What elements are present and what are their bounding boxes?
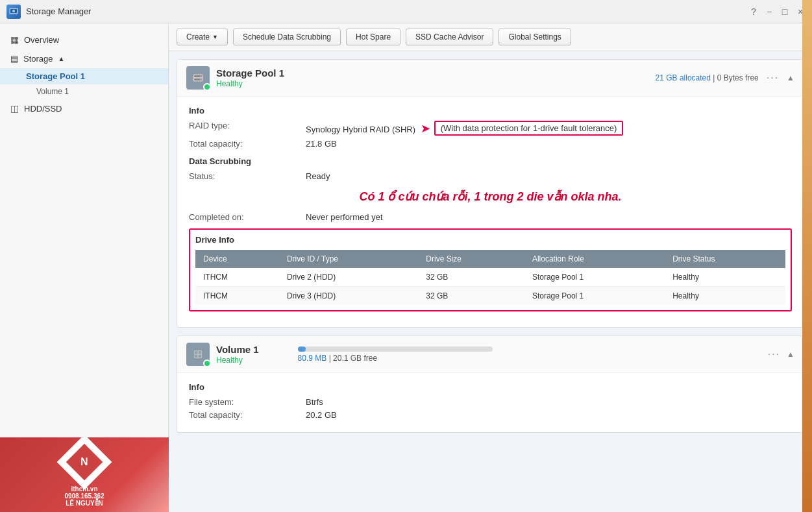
scrubbing-status-value: Ready [306, 171, 330, 181]
drive-info-title: Drive Info [195, 235, 785, 245]
pool-header-left: Storage Pool 1 Healthy [186, 66, 284, 90]
drive-size: 32 GB [418, 268, 524, 287]
sidebar-item-hdd-ssd[interactable]: ◫ HDD/SSD [0, 99, 168, 118]
total-capacity-label: Total capacity: [189, 139, 306, 149]
hot-spare-button[interactable]: Hot Spare [346, 29, 400, 45]
sidebar-overview-label: Overview [24, 35, 59, 45]
storage-pool-card: Storage Pool 1 Healthy 21 GB allocated |… [177, 59, 804, 328]
volume-body: Info File system: Btrfs Total capacity: … [177, 373, 804, 432]
pool-allocation: 21 GB allocated | 0 Bytes free [656, 73, 759, 82]
drive-col-id: Drive ID / Type [279, 250, 418, 268]
volume-status: Healthy [216, 356, 259, 365]
pool-allocated-link[interactable]: 21 GB allocated [656, 73, 711, 82]
raid-note: (With data protection for 1-drive fault … [434, 121, 624, 136]
scrubbing-status-label: Status: [189, 171, 306, 181]
sidebar-section-storage[interactable]: ▤ Storage ▲ [0, 49, 168, 68]
maximize-button[interactable]: □ [780, 6, 790, 17]
app-container: ▦ Overview ▤ Storage ▲ Storage Pool 1 Vo… [0, 23, 812, 512]
drive-col-size: Drive Size [418, 250, 524, 268]
table-row: ITHCM Drive 3 (HDD) 32 GB Storage Pool 1… [195, 287, 785, 306]
overview-icon: ▦ [10, 34, 19, 45]
drive-device: ITHCM [195, 268, 279, 287]
filesystem-value: Btrfs [306, 397, 323, 407]
pool-header-right: 21 GB allocated | 0 Bytes free ··· ▲ [656, 72, 794, 84]
volume-name-status: Volume 1 Healthy [216, 344, 259, 365]
volume-more-button[interactable]: ··· [768, 348, 780, 360]
raid-type-value: Synology Hybrid RAID (SHR) ➤ (With data … [306, 121, 623, 136]
svg-point-6 [200, 76, 201, 77]
drive-device: ITHCM [195, 287, 279, 306]
help-button[interactable]: ? [748, 6, 759, 17]
drive-table: Device Drive ID / Type Drive Size Alloca… [195, 250, 785, 305]
drive-table-header-row: Device Drive ID / Type Drive Size Alloca… [195, 250, 785, 268]
volume-status-dot [203, 360, 211, 367]
volume-capacity-label: Total capacity: [189, 410, 306, 420]
schedule-scrubbing-label: Schedule Data Scrubbing [243, 32, 331, 42]
volume-header: Volume 1 Healthy 80.9 MB | 20.1 GB free [177, 336, 804, 373]
volume-capacity-row: Total capacity: 20.2 GB [189, 410, 792, 420]
create-button[interactable]: Create ▼ [177, 29, 228, 45]
completed-label: Completed on: [189, 212, 306, 222]
ssd-advisor-button[interactable]: SSD Cache Advisor [406, 29, 493, 45]
titlebar-left: Storage Manager [6, 5, 91, 19]
pool-name: Storage Pool 1 [216, 67, 284, 79]
minimize-button[interactable]: − [764, 6, 774, 17]
sidebar-volume-1-label: Volume 1 [36, 87, 69, 96]
pool-body: Info RAID type: Synology Hybrid RAID (SH… [177, 97, 804, 327]
toolbar: Create ▼ Schedule Data Scrubbing Hot Spa… [169, 23, 812, 51]
titlebar: Storage Manager ? − □ × [0, 0, 812, 23]
completed-value: Never performed yet [306, 212, 383, 222]
drive-id-type: Drive 3 (HDD) [279, 287, 418, 306]
volume-used-link[interactable]: 80.9 MB [298, 354, 327, 363]
app-title: Storage Manager [26, 6, 91, 16]
hdd-icon: ◫ [10, 103, 19, 114]
create-label: Create [186, 32, 210, 42]
sidebar-hdd-ssd-label: HDD/SSD [24, 104, 62, 114]
svg-point-2 [12, 10, 15, 12]
filesystem-row: File system: Btrfs [189, 397, 792, 407]
drive-id-type: Drive 2 (HDD) [279, 268, 418, 287]
table-row: ITHCM Drive 2 (HDD) 32 GB Storage Pool 1… [195, 268, 785, 287]
drive-col-status: Drive Status [665, 250, 785, 268]
filesystem-label: File system: [189, 397, 306, 407]
volume-info-title: Info [189, 382, 792, 392]
scrubbing-status-row: Status: Ready [189, 171, 792, 181]
pool-status: Healthy [216, 79, 284, 88]
volume-size-info: 80.9 MB | 20.1 GB free [298, 354, 493, 363]
chevron-up-icon: ▲ [58, 55, 65, 62]
pool-more-button[interactable]: ··· [767, 72, 779, 84]
volume-bar-bg [298, 347, 493, 352]
pool-info-title: Info [189, 106, 792, 116]
watermark-line3: LÊ NGUYỄN [64, 500, 104, 507]
completed-row: Completed on: Never performed yet [189, 212, 792, 222]
volume-icon [186, 343, 210, 366]
drive-role: Storage Pool 1 [524, 287, 665, 306]
volume-card: Volume 1 Healthy 80.9 MB | 20.1 GB free [177, 335, 804, 433]
schedule-scrubbing-button[interactable]: Schedule Data Scrubbing [233, 29, 341, 45]
volume-capacity-value: 20.2 GB [306, 410, 337, 420]
pool-header: Storage Pool 1 Healthy 21 GB allocated |… [177, 60, 804, 97]
sidebar-item-overview[interactable]: ▦ Overview [0, 30, 168, 49]
volume-name: Volume 1 [216, 344, 259, 355]
titlebar-controls[interactable]: ? − □ × [748, 6, 806, 17]
pool-icon [186, 66, 210, 90]
drive-size: 32 GB [418, 287, 524, 306]
pool-status-dot [203, 83, 211, 91]
sidebar: ▦ Overview ▤ Storage ▲ Storage Pool 1 Vo… [0, 23, 169, 512]
svg-point-7 [200, 79, 201, 80]
volume-header-left: Volume 1 Healthy [186, 343, 259, 366]
pool-collapse-button[interactable]: ▲ [787, 73, 794, 82]
volume-collapse-button[interactable]: ▲ [787, 350, 794, 359]
sidebar-item-volume-1[interactable]: Volume 1 [0, 84, 168, 99]
global-settings-button[interactable]: Global Settings [498, 29, 571, 45]
pool-name-status: Storage Pool 1 Healthy [216, 67, 284, 88]
hot-spare-label: Hot Spare [356, 32, 391, 42]
raid-type-row: RAID type: Synology Hybrid RAID (SHR) ➤ … [189, 121, 792, 136]
total-capacity-row: Total capacity: 21.8 GB [189, 139, 792, 149]
scrubbing-title: Data Scrubbing [189, 156, 792, 166]
raid-type-label: RAID type: [189, 121, 306, 136]
drive-role: Storage Pool 1 [524, 268, 665, 287]
sidebar-item-storage-pool-1[interactable]: Storage Pool 1 [0, 68, 168, 84]
scrubbing-section: Data Scrubbing Status: Ready [189, 156, 792, 181]
total-capacity-value: 21.8 GB [306, 139, 337, 149]
